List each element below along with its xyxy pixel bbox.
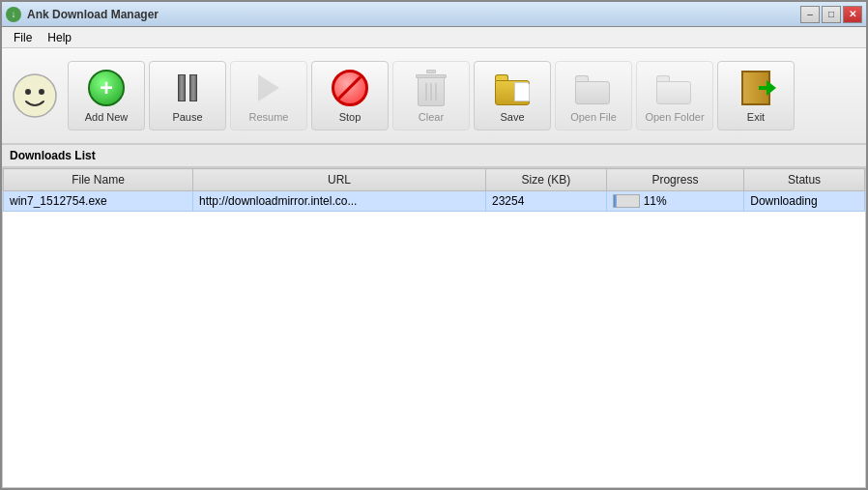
progress-text: 11% — [644, 194, 667, 208]
pause-button[interactable]: Pause — [149, 61, 226, 130]
app-logo — [12, 61, 58, 130]
folder-save-icon — [493, 71, 532, 105]
folder-open-icon — [575, 72, 612, 104]
document-icon — [514, 82, 530, 101]
cell-status: Downloading — [744, 191, 865, 212]
exit-icon — [737, 69, 775, 107]
trash-line-1 — [425, 83, 427, 101]
col-size: Size (KB) — [485, 169, 606, 191]
stop-button[interactable]: Stop — [311, 61, 389, 130]
stop-label: Stop — [339, 111, 362, 123]
stop-circle-icon — [332, 70, 368, 106]
save-icon — [493, 69, 532, 107]
title-bar-left: ↓ Ank Download Manager — [6, 7, 159, 22]
add-new-label: Add New — [85, 111, 129, 123]
cell-size: 23254 — [485, 191, 606, 212]
downloads-header: Downloads List — [2, 145, 866, 167]
open-folder-shape-icon — [656, 72, 693, 104]
add-new-icon: + — [87, 69, 126, 107]
exit-button[interactable]: Exit — [717, 61, 795, 130]
downloads-section: Downloads List File Name URL Size (KB) P… — [2, 145, 866, 488]
table-row[interactable]: win7_1512754.exe http://downloadmirror.i… — [4, 191, 865, 212]
save-button[interactable]: Save — [474, 61, 551, 130]
progress-bar-container — [613, 194, 640, 208]
open-file-label: Open File — [570, 111, 617, 123]
progress-cell: 11% — [613, 194, 738, 208]
toolbar: + Add New Pause Resume — [2, 48, 866, 145]
col-progress: Progress — [606, 169, 744, 191]
door-icon — [741, 71, 770, 105]
menu-file[interactable]: File — [6, 29, 40, 46]
window-title: Ank Download Manager — [27, 8, 159, 21]
downloads-table-wrapper[interactable]: File Name URL Size (KB) Progress Status … — [2, 167, 866, 488]
trash-handle-icon — [426, 70, 436, 73]
open-file-button[interactable]: Open File — [555, 61, 632, 130]
pause-bars-icon — [170, 71, 205, 105]
pause-label: Pause — [172, 111, 202, 123]
add-new-button[interactable]: + Add New — [68, 61, 145, 130]
close-button[interactable]: ✕ — [843, 6, 862, 23]
svg-point-1 — [25, 89, 31, 95]
title-bar: ↓ Ank Download Manager – □ ✕ — [2, 2, 866, 27]
pause-bar-right — [189, 74, 197, 101]
cell-url: http://downloadmirror.intel.co... — [193, 191, 486, 212]
menu-help[interactable]: Help — [40, 29, 79, 46]
col-url: URL — [193, 169, 486, 191]
col-filename: File Name — [4, 169, 193, 191]
resume-icon — [249, 69, 288, 107]
minimize-button[interactable]: – — [800, 6, 820, 23]
app-window: ↓ Ank Download Manager – □ ✕ File Help + — [0, 0, 868, 490]
pause-icon — [168, 69, 207, 107]
open-folder-body2-icon — [656, 81, 691, 104]
downloads-table: File Name URL Size (KB) Progress Status … — [3, 168, 865, 212]
window-controls: – □ ✕ — [800, 6, 862, 23]
trash-icon — [416, 70, 447, 106]
app-icon: ↓ — [6, 7, 21, 22]
resume-triangle-icon — [258, 74, 279, 101]
clear-label: Clear — [419, 111, 444, 123]
open-folder-button[interactable]: Open Folder — [636, 61, 713, 130]
trash-line-3 — [435, 83, 437, 101]
open-folder-body-icon — [575, 81, 610, 104]
open-folder-label: Open Folder — [645, 111, 704, 123]
trash-line-2 — [430, 83, 432, 101]
resume-label: Resume — [249, 111, 289, 123]
arrow-head-icon — [767, 80, 776, 96]
menu-bar: File Help — [2, 27, 866, 48]
stop-icon — [331, 69, 369, 107]
resume-button[interactable]: Resume — [230, 61, 307, 130]
cell-filename: win7_1512754.exe — [4, 191, 193, 212]
trash-body-icon — [418, 78, 445, 106]
exit-label: Exit — [747, 111, 765, 123]
exit-door-icon — [737, 70, 775, 106]
save-label: Save — [500, 111, 524, 123]
open-folder-icon — [655, 69, 694, 107]
clear-button[interactable]: Clear — [392, 61, 470, 130]
cell-progress: 11% — [606, 191, 744, 212]
clear-icon — [412, 69, 450, 107]
maximize-button[interactable]: □ — [822, 6, 841, 23]
pause-bar-left — [178, 74, 186, 101]
open-file-icon — [574, 69, 613, 107]
progress-bar-fill — [614, 195, 617, 207]
table-header-row: File Name URL Size (KB) Progress Status — [4, 169, 865, 191]
svg-point-0 — [14, 74, 56, 117]
stop-line-icon — [336, 73, 364, 101]
downloads-tbody: win7_1512754.exe http://downloadmirror.i… — [4, 191, 865, 212]
resume-arrow-icon — [251, 71, 286, 105]
col-status: Status — [744, 169, 865, 191]
add-circle-icon: + — [88, 70, 125, 106]
svg-point-2 — [39, 89, 44, 95]
